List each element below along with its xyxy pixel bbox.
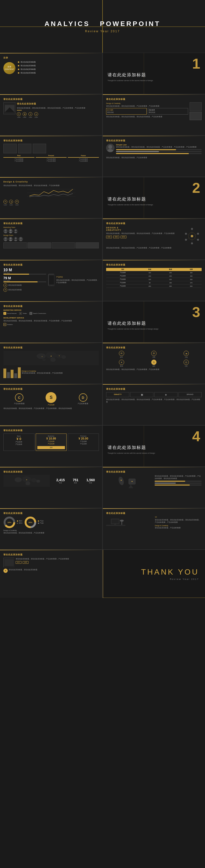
search-label: Search Construction [33, 313, 46, 314]
network-slide-title: 请在此处添加标题 [106, 222, 202, 225]
business-plan: Business ¥ 10.99 产品名称产品名称 选择 [36, 434, 67, 451]
legend-1a: 项目1 [17, 520, 22, 522]
stat-circle-2: ⊕ [3, 288, 7, 292]
dev-icons: A Analytics [3, 323, 99, 327]
toc-dot-3 [18, 69, 19, 70]
toc-title: 目录 [3, 56, 99, 59]
td-4-1: 产品名称 [106, 281, 139, 284]
line-chart-icons: ✉ Label ☁ Label ⚙ Label [3, 200, 99, 206]
section-1-subtitle: Thought for customer service is the sacr… [107, 80, 153, 82]
stat-col-2: 751 数量 [73, 478, 78, 484]
brands-title: 请在此处添加标题 [106, 388, 202, 391]
svg-rect-73 [111, 519, 119, 524]
marketing-row: Marketing Team [3, 226, 99, 233]
section-2-subtitle: Thought for customer service is the sacr… [107, 204, 153, 206]
marketing-service-label: MARKETING SERVICE [3, 309, 99, 311]
svg-point-19 [5, 237, 6, 239]
feature-icon-3: ☁ [183, 351, 189, 356]
svg-point-52 [42, 359, 46, 361]
svg-marker-64 [129, 485, 133, 488]
feature-icon-2: ⚙ [151, 351, 156, 356]
social-twitter: t Twitter [19, 312, 27, 315]
line-chart-desc: 请在此处添加标题，请在此处添加标题，请在此处添加标题，产品名称/数量 [3, 184, 99, 187]
svg-point-16 [15, 229, 17, 231]
svg-point-58 [26, 482, 30, 485]
timeline-present-label: Present [36, 155, 67, 156]
avatar-1 [3, 229, 8, 233]
td-1-1: 产品名称 [106, 271, 139, 274]
legend-text-1a: 项目1 [19, 520, 22, 522]
map-design-text: Design & Creativity [22, 370, 99, 372]
phone-mockup [48, 274, 54, 286]
final-img-1 [3, 558, 14, 567]
final-text: 请在此处添加标题，请在此处添加标题，产品名称/数量，产品名称/数量 设计 创意 [16, 558, 99, 567]
td-2-1: 产品名称 [106, 274, 139, 278]
section-4-subtitle: Thought for customer service with the sa… [107, 452, 155, 455]
c-label: 产品名称/数量 [14, 402, 25, 405]
donut-extra: 请在此处添加标题，请在此处添加标题，产品名称/数量 [3, 532, 99, 534]
svg-point-13 [10, 229, 11, 231]
country-maps [106, 475, 153, 493]
timeline-present: Present 产品名称/数量产品名称/数量 [36, 155, 67, 162]
design-creativity-title: DESIGN & [106, 226, 180, 229]
avatar-6 [14, 237, 18, 241]
timeline-slide: 请在此处添加标题 Past 产品名称/数量产品名称/数量 Present 产品名… [0, 136, 102, 177]
stat-icon-2: ⊕ 请在此处添加标题 [3, 288, 46, 292]
brand-sweety: SWeETY [106, 392, 129, 397]
team-slide-title: 请在此处添加标题 [3, 222, 99, 225]
stat-desc-2: 请在此处添加标题 [8, 289, 22, 291]
world-map-title: 请在此处添加标题 [3, 346, 99, 349]
csd-title: 请在此处添加标题 [3, 388, 99, 391]
table-row-4: 产品名称 90 180 270 [106, 281, 202, 284]
d-circle: D [79, 393, 87, 402]
content-slide-2a: 请在此处添加标题 请在此处添加标题 请在此处添加标题，请在此处添加标题，请在此处… [0, 94, 102, 135]
svg-point-33 [197, 233, 199, 235]
s-item: S 产品名称 [46, 392, 56, 406]
dev-service-label: DEVELOPMENT SERVICE [3, 317, 99, 319]
img-col-2b [189, 102, 202, 120]
text-col-2b: Design & Creativity 请在此处添加标题，请在此处添加标题，产品… [106, 102, 188, 118]
table-row-5: 产品名称 200 300 500 [106, 284, 202, 288]
social-facebook: f Social Network [3, 312, 17, 315]
pricing-row: Basic ¥ 0 产品名称产品名称 Business ¥ 10.99 产品名称… [3, 434, 99, 451]
features-title: 请在此处添加标题 [106, 346, 202, 349]
workspace-text: TP 请在此处添加标题，请在此处添加标题，请在此处添加标题，产品名称/数量，产品… [155, 516, 202, 532]
basic-features: 产品名称产品名称 [5, 441, 33, 445]
c-item: C 产品名称/数量 [14, 393, 25, 405]
team-slide: 请在此处添加标题 Marketing Team Design Team [0, 219, 102, 259]
legend-2a: 产品A [38, 520, 44, 522]
features-grid: ✉ 邮件 ⚙ 设置 ☁ 云端 ♦ 数据 S 服务 ◎ 分析 [106, 351, 202, 367]
svg-point-61 [26, 479, 27, 480]
img-2b-2 [189, 112, 202, 120]
stats-left: 10 M Your Data 79 M Your Data ⊕ 请在此处添加标题… [3, 268, 46, 292]
card-1: 设计/服务 请在此处 [106, 108, 147, 115]
svg-point-25 [15, 237, 17, 239]
slide-title-2b: 请在此处添加标题 [106, 98, 202, 101]
td-1-3: 200 [160, 271, 181, 274]
csd-desc: 请在此处添加标题，请在此处添加标题，产品名称/数量，产品名称/数量，请在此处添加… [3, 407, 99, 410]
final-icon-gold: ★ [3, 568, 8, 573]
team-img-3 [52, 242, 75, 248]
premium-price: ¥ 20.00 [70, 437, 97, 440]
legend-text-2b: 产品B [40, 522, 44, 524]
pricing-slide-title: 请在此处添加标题 [3, 429, 99, 432]
facebook-icon: f [3, 312, 6, 315]
th-4: 结果 [181, 268, 202, 271]
icon-circle-1: ★ [17, 112, 21, 116]
svg-point-35 [191, 242, 193, 244]
svg-point-51 [62, 355, 66, 359]
content-slide-2b: 请在此处添加标题 Design & Creativity 请在此处添加标题，请在… [103, 94, 205, 135]
dev-service-text: 请在此处添加标题，请在此处添加标题，请在此处添加标题，产品名称/数量，产品名称/… [3, 320, 99, 322]
stats-content: 10 M Your Data 79 M Your Data ⊕ 请在此处添加标题… [3, 268, 99, 292]
donut-slide: 请在此处添加标题 10% 项目1 项目2 [0, 508, 102, 549]
line-chart-title: Design & Creativity [3, 181, 99, 183]
svg-line-39 [192, 234, 197, 236]
stats-phone-slide: 请在此处添加标题 10 M Your Data 79 M Your Data ⊕… [0, 260, 102, 301]
svg-point-32 [191, 228, 193, 230]
toc-item-3: 请点击此处添加标题 [18, 68, 99, 70]
feature-icon-4: ♦ [119, 360, 124, 365]
stat-num-1: 2,415 [56, 478, 65, 482]
svg-point-36 [185, 239, 187, 241]
stat-lbl-1: 数量 [59, 482, 62, 484]
workspace-slide: 请在此处添加标题 TP 请在此处添加标题，请在此处添加标题，请在此处添加标题，产… [103, 508, 205, 549]
